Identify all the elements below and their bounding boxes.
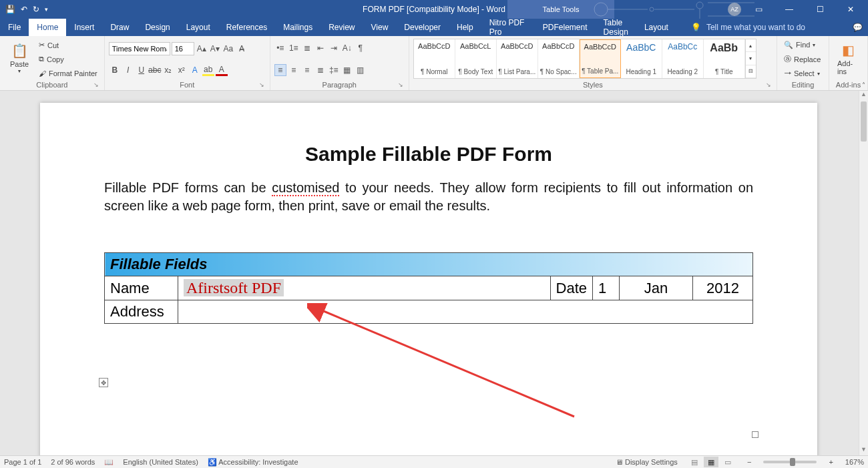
justify-button[interactable]: ≣ [314, 64, 327, 76]
change-case-icon[interactable]: Aa [222, 43, 234, 55]
address-value-cell[interactable] [178, 300, 753, 324]
show-marks-button[interactable]: ¶ [355, 42, 367, 54]
zoom-in-button[interactable]: + [826, 458, 835, 466]
font-color-button[interactable]: A [216, 64, 228, 76]
vertical-scrollbar[interactable]: ▲ ▼ [859, 91, 868, 455]
grow-font-icon[interactable]: A▴ [196, 43, 208, 55]
qat-customize-icon[interactable]: ▾ [45, 6, 48, 13]
spellcheck-underline[interactable]: customised [272, 180, 339, 196]
style-body-text[interactable]: AaBbCcL¶ Body Text [455, 39, 497, 78]
address-label[interactable]: Address [105, 300, 178, 324]
tab-insert[interactable]: Insert [66, 19, 102, 36]
bold-button[interactable]: B [109, 64, 121, 76]
find-button[interactable]: 🔍Find▾ [781, 39, 825, 51]
increase-indent-button[interactable]: ⇥ [328, 42, 340, 54]
tab-references[interactable]: References [218, 19, 275, 36]
display-settings[interactable]: 🖥 Display Settings [616, 458, 678, 466]
paragraph-launcher[interactable]: ↘ [398, 79, 403, 90]
decrease-indent-button[interactable]: ⇤ [314, 42, 327, 54]
strikethrough-button[interactable]: abc [149, 64, 161, 76]
tab-home[interactable]: Home [29, 19, 66, 36]
document-area[interactable]: Sample Fillable PDF Form Fillable PDF fo… [0, 91, 859, 455]
cut-button[interactable]: ✂Cut [36, 39, 100, 51]
tab-review[interactable]: Review [320, 19, 363, 36]
gallery-down-icon[interactable]: ▾ [746, 52, 756, 65]
style-heading-2[interactable]: AaBbCcHeading 2 [662, 39, 704, 78]
table-move-handle[interactable]: ✥ [99, 378, 108, 387]
maximize-button[interactable]: ☐ [807, 0, 833, 19]
zoom-level[interactable]: 167% [845, 458, 864, 466]
shrink-font-icon[interactable]: A▾ [209, 43, 221, 55]
bullets-button[interactable]: •≡ [274, 42, 286, 54]
selected-text[interactable]: Afirstsoft PDF [184, 279, 284, 296]
paste-button[interactable]: 📋 Paste ▾ [4, 37, 35, 79]
tab-table-design[interactable]: Table Design [596, 19, 636, 36]
tab-pdfelement[interactable]: PDFelement [535, 19, 596, 36]
document-title[interactable]: Sample Fillable PDF Form [104, 143, 753, 166]
spellcheck-status-icon[interactable]: 📖 [104, 458, 114, 467]
redo-icon[interactable]: ↻ [33, 5, 39, 14]
page[interactable]: Sample Fillable PDF Form Fillable PDF fo… [40, 103, 817, 455]
styles-launcher[interactable]: ↘ [766, 79, 771, 90]
tab-mailings[interactable]: Mailings [275, 19, 320, 36]
style-normal[interactable]: AaBbCcD¶ Normal [414, 39, 455, 78]
clear-formatting-icon[interactable]: A̶ [236, 43, 248, 55]
date-label[interactable]: Date [550, 276, 592, 300]
undo-icon[interactable]: ↶ [21, 5, 27, 14]
tell-me-input[interactable] [706, 23, 840, 32]
replace-button[interactable]: ⓐReplace [781, 53, 825, 65]
save-icon[interactable]: 💾 [5, 5, 15, 14]
shading-button[interactable]: ▦ [341, 64, 353, 76]
style-heading-1[interactable]: AaBbCHeading 1 [621, 39, 662, 78]
multilevel-list-button[interactable]: ≣ [301, 42, 313, 54]
style-table-paragraph[interactable]: AaBbCcD¶ Table Pa... [580, 39, 621, 78]
date-year[interactable]: 2012 [693, 276, 753, 300]
zoom-slider[interactable] [763, 461, 817, 463]
scroll-up-icon[interactable]: ▲ [859, 91, 868, 100]
font-name-input[interactable] [109, 42, 170, 55]
language-indicator[interactable]: English (United States) [123, 458, 198, 466]
comments-icon[interactable]: 💬 [848, 19, 868, 36]
font-launcher[interactable]: ↘ [259, 79, 264, 90]
print-layout-icon[interactable]: ▦ [704, 457, 718, 467]
align-center-button[interactable]: ≡ [288, 64, 300, 76]
scrollbar-thumb[interactable] [861, 101, 867, 142]
align-right-button[interactable]: ≡ [301, 64, 313, 76]
document-paragraph[interactable]: Fillable PDF forms can be customised to … [104, 179, 753, 215]
table-section-header[interactable]: Fillable Fields [105, 253, 753, 276]
web-layout-icon[interactable]: ▭ [720, 457, 735, 467]
date-day[interactable]: 1 [593, 276, 620, 300]
tab-file[interactable]: File [0, 19, 29, 36]
tab-table-layout[interactable]: Layout [636, 19, 676, 36]
style-no-spacing[interactable]: AaBbCcD¶ No Spac... [538, 39, 580, 78]
tab-help[interactable]: Help [449, 19, 481, 36]
underline-button[interactable]: U [136, 64, 148, 76]
tab-developer[interactable]: Developer [396, 19, 449, 36]
collapse-ribbon-icon[interactable]: ˄ [862, 81, 865, 89]
accessibility-indicator[interactable]: ♿ Accessibility: Investigate [208, 458, 298, 467]
table-resize-handle[interactable] [752, 431, 758, 438]
tell-me-search[interactable]: 💡 [683, 19, 848, 36]
read-mode-icon[interactable]: ▤ [687, 457, 702, 467]
gallery-up-icon[interactable]: ▴ [746, 39, 756, 52]
zoom-thumb[interactable] [790, 458, 795, 466]
format-painter-button[interactable]: 🖌Format Painter [36, 68, 100, 79]
borders-button[interactable]: ▥ [355, 64, 367, 76]
addins-button[interactable]: ◧ Add-ins [833, 37, 863, 79]
name-label[interactable]: Name [105, 276, 178, 300]
styles-gallery[interactable]: AaBbCcD¶ Normal AaBbCcL¶ Body Text AaBbC… [413, 39, 756, 79]
tab-nitro[interactable]: Nitro PDF Pro [481, 19, 535, 36]
select-button[interactable]: ⭢Select▾ [781, 68, 825, 79]
subscript-button[interactable]: x₂ [162, 64, 174, 76]
tab-layout[interactable]: Layout [178, 19, 218, 36]
scroll-down-icon[interactable]: ▼ [859, 446, 868, 455]
font-size-input[interactable] [172, 42, 194, 55]
text-effects-button[interactable]: A [189, 64, 201, 76]
page-indicator[interactable]: Page 1 of 1 [4, 458, 41, 466]
style-title[interactable]: AaBb¶ Title [704, 39, 745, 78]
sort-button[interactable]: A↓ [341, 42, 353, 54]
tab-design[interactable]: Design [137, 19, 178, 36]
fillable-fields-table[interactable]: Fillable Fields Name Afirstsoft PDF Date… [104, 252, 753, 324]
italic-button[interactable]: I [122, 64, 134, 76]
minimize-button[interactable]: — [776, 0, 803, 19]
